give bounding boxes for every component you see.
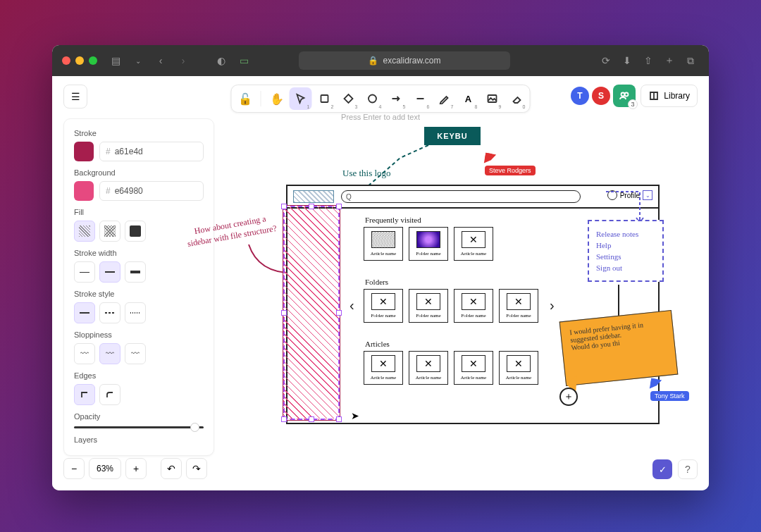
draw-tool[interactable]: 7 xyxy=(433,87,456,110)
zoom-controls: − 63% + ↶ ↷ xyxy=(63,458,207,479)
screen-icon[interactable]: ▭ xyxy=(235,52,252,69)
drawing-canvas[interactable]: KEYBU Use this logo How about creating a… xyxy=(224,114,695,447)
card-item[interactable]: ✕Folder name xyxy=(454,289,493,323)
card-item[interactable]: ✕Article name xyxy=(454,227,493,261)
share-button[interactable]: 3 xyxy=(613,85,636,107)
resize-handle[interactable] xyxy=(336,310,342,316)
card-item[interactable]: ✕Article name xyxy=(454,351,493,385)
help-button[interactable]: ? xyxy=(678,459,698,479)
ellipse-tool[interactable]: 4 xyxy=(361,87,384,110)
section-heading: Articles xyxy=(365,340,390,348)
sloppiness-artist[interactable]: 〰 xyxy=(99,343,120,364)
card-item[interactable]: ✕Folder name xyxy=(499,289,538,323)
diamond-tool[interactable]: 3 xyxy=(338,87,360,110)
lock-tool[interactable]: 🔓 xyxy=(234,87,256,110)
card-item[interactable]: ✕Article name xyxy=(409,351,448,385)
redo-button[interactable]: ↷ xyxy=(186,458,207,479)
tab-dropdown-icon[interactable]: ⌄ xyxy=(130,52,147,69)
hand-tool[interactable]: ✋ xyxy=(266,87,288,110)
fill-cross[interactable] xyxy=(99,221,120,242)
line-tool[interactable]: 6 xyxy=(409,87,432,110)
card-item[interactable]: Folder name xyxy=(409,227,448,261)
sloppiness-architect[interactable]: 〰 xyxy=(74,343,95,364)
chevron-right-icon[interactable]: › xyxy=(550,297,555,314)
selection-tool[interactable]: 1 xyxy=(290,87,312,110)
ctx-item[interactable]: Settings xyxy=(596,252,655,261)
zoom-level[interactable]: 63% xyxy=(89,458,121,479)
card-item[interactable]: ✕Article name xyxy=(499,351,538,385)
reload-button[interactable]: ⟳ xyxy=(598,52,614,69)
close-window-button[interactable] xyxy=(62,56,70,65)
eraser-tool[interactable]: 0 xyxy=(505,87,528,110)
slider-thumb[interactable] xyxy=(190,423,199,432)
collaborator-avatars: T S 3 xyxy=(571,85,636,107)
chevron-left-icon[interactable]: ‹ xyxy=(349,297,354,314)
resize-handle[interactable] xyxy=(309,416,314,422)
stroke-medium[interactable] xyxy=(99,261,120,283)
sidebar-toggle-icon[interactable]: ▤ xyxy=(107,52,124,69)
avatar[interactable]: T xyxy=(571,87,589,105)
edges-round[interactable] xyxy=(99,384,120,405)
stroke-thick[interactable] xyxy=(125,261,146,283)
back-button[interactable]: ‹ xyxy=(152,52,169,69)
minimize-window-button[interactable] xyxy=(75,56,84,65)
card-item[interactable]: Article name xyxy=(364,227,403,261)
logo-element[interactable]: KEYBU xyxy=(424,127,481,145)
forward-button[interactable]: › xyxy=(175,52,192,69)
card-item[interactable]: ✕Folder name xyxy=(409,289,448,323)
stroke-hex-input[interactable]: #a61e4d xyxy=(99,142,204,161)
resize-handle[interactable] xyxy=(309,204,314,209)
sloppiness-cartoonist[interactable]: 〰 xyxy=(125,343,146,364)
annotation-logo[interactable]: Use this logo xyxy=(342,168,391,179)
edges-sharp[interactable] xyxy=(74,384,95,405)
card-item[interactable]: ✕Folder name xyxy=(364,289,403,323)
sticky-note[interactable]: I would prefer having it in suggested si… xyxy=(559,310,679,386)
stroke-dotted[interactable] xyxy=(125,302,146,323)
resize-handle[interactable] xyxy=(281,416,287,422)
ctx-item[interactable]: Help xyxy=(596,241,655,249)
shield-privacy-icon[interactable]: ◐ xyxy=(213,52,230,69)
context-menu-mockup[interactable]: Release notes Help Settings Sign out xyxy=(588,220,664,282)
selected-rectangle[interactable] xyxy=(283,206,340,420)
arrow-tool[interactable]: 5 xyxy=(385,87,408,110)
wireframe-search[interactable]: Q xyxy=(341,190,581,203)
share-icon[interactable]: ⇧ xyxy=(640,52,657,69)
line-icon xyxy=(415,93,426,104)
resize-handle[interactable] xyxy=(336,204,342,209)
address-bar[interactable]: 🔒 excalidraw.com xyxy=(299,51,510,70)
stroke-dashed[interactable] xyxy=(99,302,120,323)
undo-button[interactable]: ↶ xyxy=(161,458,182,479)
image-tool[interactable]: 9 xyxy=(481,87,504,110)
text-tool[interactable]: A 8 xyxy=(457,87,480,110)
library-button[interactable]: Library xyxy=(641,85,698,107)
resize-handle[interactable] xyxy=(281,310,287,316)
zoom-out-button[interactable]: − xyxy=(63,458,85,479)
ctx-item[interactable]: Release notes xyxy=(596,230,655,238)
maximize-window-button[interactable] xyxy=(89,56,97,65)
encryption-badge[interactable]: ✓ xyxy=(652,459,672,479)
stroke-color-swatch[interactable] xyxy=(74,142,94,161)
main-menu-button[interactable]: ☰ xyxy=(63,85,87,109)
ctx-item[interactable]: Sign out xyxy=(596,264,655,272)
avatar[interactable]: S xyxy=(592,87,610,105)
zoom-in-button[interactable]: + xyxy=(125,458,147,479)
resize-handle[interactable] xyxy=(281,204,287,209)
rectangle-tool[interactable]: 2 xyxy=(314,87,336,110)
window-controls xyxy=(62,56,97,65)
new-tab-button[interactable]: ＋ xyxy=(661,52,678,69)
bg-hex-input[interactable]: #e64980 xyxy=(99,181,204,201)
stroke-thin[interactable] xyxy=(74,261,95,283)
stroke-solid[interactable] xyxy=(74,302,95,323)
card-item[interactable]: ✕Article name xyxy=(364,351,403,385)
book-icon xyxy=(648,90,660,101)
opacity-slider[interactable] xyxy=(74,426,204,428)
downloads-icon[interactable]: ⬇ xyxy=(619,52,636,69)
bg-color-swatch[interactable] xyxy=(74,181,94,201)
tabs-overview-icon[interactable]: ⧉ xyxy=(682,52,699,69)
fill-hachure[interactable] xyxy=(74,221,95,242)
layers-label: Layers xyxy=(74,435,204,444)
add-button[interactable]: ＋ xyxy=(559,388,578,406)
resize-handle[interactable] xyxy=(336,416,342,422)
wireframe-logo-box[interactable] xyxy=(293,190,334,203)
fill-solid[interactable] xyxy=(125,221,146,242)
